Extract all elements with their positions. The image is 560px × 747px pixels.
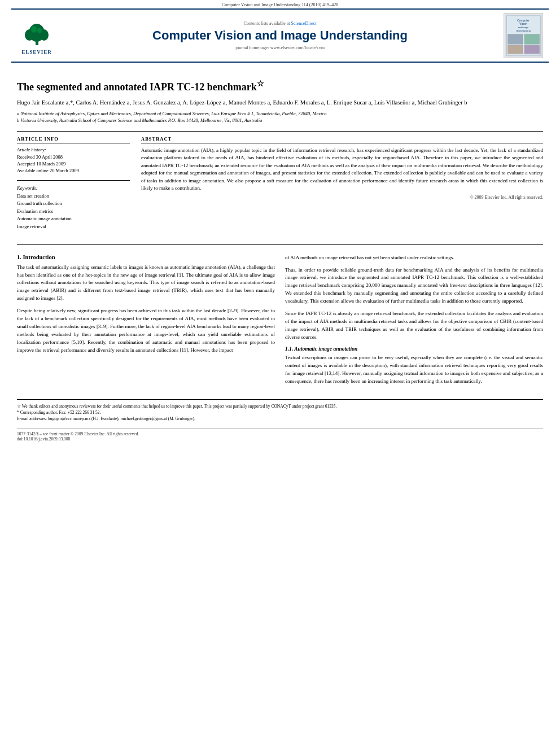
doi-line: doi:10.1016/j.cviu.2009.03.008 (17, 436, 543, 442)
right-para3: Since the IAPR TC-12 is already an image… (285, 310, 543, 342)
right-para4: Textual descriptions in images can prove… (285, 354, 543, 386)
abstract-label: ABSTRACT (141, 136, 543, 143)
contents-label: Contents lists available at (244, 21, 290, 26)
keywords-section: Keywords: Data set creation Ground truth… (17, 185, 130, 231)
star-footnote: ☆ (257, 80, 264, 88)
received-date: Received 30 April 2008 (17, 154, 130, 161)
divider-body (17, 244, 543, 245)
svg-rect-15 (508, 45, 523, 54)
available-date: Available online 20 March 2009 (17, 168, 130, 174)
page-container: Computer Vision and Image Understanding … (0, 0, 560, 747)
cover-thumbnail-icon: Computer Vision and Image Understanding (505, 15, 542, 56)
article-info-abstract: ARTICLE INFO Article history: Received 3… (17, 136, 543, 237)
sciencedirect-line: Contents lists available at ScienceDirec… (62, 21, 498, 26)
intro-heading: 1. Introduction (17, 254, 275, 260)
journal-cover-image: Computer Vision and Image Understanding (504, 13, 543, 58)
intro-para2: Despite being relatively new, significan… (17, 307, 275, 355)
svg-point-5 (31, 26, 37, 33)
sciencedirect-link[interactable]: ScienceDirect (291, 21, 317, 26)
footnote-area: ☆ We thank editors and anonymous reviewe… (17, 399, 543, 422)
body-left-column: 1. Introduction The task of automaticall… (17, 254, 275, 390)
banner-center: Contents lists available at ScienceDirec… (56, 21, 504, 50)
main-content: The segmented and annotated IAPR TC-12 b… (0, 63, 560, 447)
journal-homepage-line: journal homepage: www.elsevier.com/locat… (62, 45, 498, 50)
journal-header-text: Computer Vision and Image Understanding … (222, 2, 338, 7)
authors: Hugo Jair Escalante a,*, Carlos A. Herná… (17, 98, 543, 107)
article-info-column: ARTICLE INFO Article history: Received 3… (17, 136, 130, 237)
keyword-4: Automatic image annotation (17, 215, 130, 223)
divider-keywords (17, 180, 130, 181)
elsevier-tree-icon (21, 17, 53, 48)
keyword-5: Image retrieval (17, 223, 130, 231)
svg-text:Computer: Computer (517, 19, 530, 22)
affiliations: a National Institute of Astrophysics, Op… (17, 111, 543, 124)
top-banner: ELSEVIER Contents lists available at Sci… (11, 8, 549, 63)
article-title: The segmented and annotated IAPR TC-12 b… (17, 79, 543, 94)
svg-text:Vision: Vision (519, 23, 527, 25)
abstract-text: Automatic image annotation (AIA), a high… (141, 147, 543, 193)
abstract-column: ABSTRACT Automatic image annotation (AIA… (141, 136, 543, 237)
history-label: Article history: (17, 147, 130, 152)
corresponding-footnote: * Corresponding author. Fax: +52 222 266… (17, 409, 543, 416)
right-para1: of AIA methods on image retrieval has no… (285, 254, 543, 262)
elsevier-logo: ELSEVIER (17, 17, 56, 55)
keywords-list: Data set creation Ground truth collectio… (17, 193, 130, 231)
keyword-1: Data set creation (17, 193, 130, 200)
affiliation-a: a National Institute of Astrophysics, Op… (17, 111, 543, 117)
keyword-3: Evaluation metrics (17, 208, 130, 216)
star-footnote-text: ☆ We thank editors and anonymous reviewe… (17, 403, 543, 409)
accepted-date: Accepted 10 March 2009 (17, 161, 130, 168)
svg-text:Understanding: Understanding (516, 29, 531, 32)
journal-title-banner: Computer Vision and Image Understanding (62, 28, 498, 43)
body-content: 1. Introduction The task of automaticall… (17, 254, 543, 390)
bottom-bar: 1077-3142/$ – see front matter © 2009 El… (17, 429, 543, 442)
keyword-2: Ground truth collection (17, 200, 130, 208)
svg-point-6 (37, 28, 42, 33)
svg-rect-16 (524, 45, 539, 54)
intro-para1: The task of automatically assigning sema… (17, 264, 275, 303)
email-footnote: E-mail addresses: hugojair@ccc.inaoep.mx… (17, 416, 543, 422)
keywords-label: Keywords: (17, 185, 130, 191)
copyright-line: © 2009 Elsevier Inc. All rights reserved… (141, 195, 543, 200)
elsevier-brand-text: ELSEVIER (21, 49, 52, 55)
article-info-label: ARTICLE INFO (17, 136, 130, 143)
right-para2: Thus, in order to provide reliable groun… (285, 267, 543, 306)
subsection-heading: 1.1. Automatic image annotation (285, 346, 543, 352)
svg-rect-14 (524, 34, 539, 45)
journal-header-bar: Computer Vision and Image Understanding … (0, 0, 560, 8)
issn-line: 1077-3142/$ – see front matter © 2009 El… (17, 431, 543, 436)
divider-top (17, 131, 543, 132)
svg-text:and Image: and Image (518, 26, 528, 29)
body-right-column: of AIA methods on image retrieval has no… (285, 254, 543, 390)
svg-rect-13 (508, 34, 523, 45)
affiliation-b: b Victoria University, Australia School … (17, 117, 543, 124)
article-info-section: ARTICLE INFO Article history: Received 3… (17, 136, 130, 174)
